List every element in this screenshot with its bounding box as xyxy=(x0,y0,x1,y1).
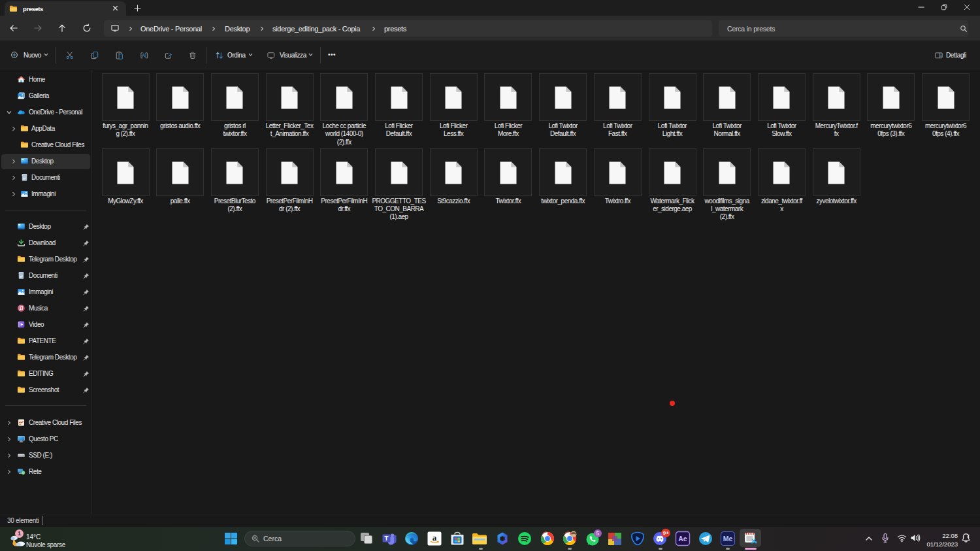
svg-text:Ae: Ae xyxy=(678,535,687,543)
svg-text:a: a xyxy=(433,533,437,543)
svg-text:Me: Me xyxy=(723,535,733,543)
